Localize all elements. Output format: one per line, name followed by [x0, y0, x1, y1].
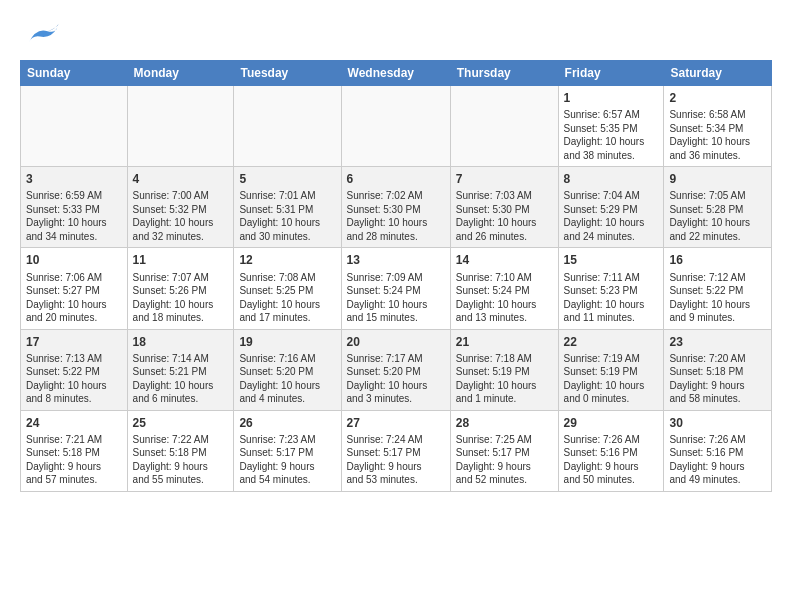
day-info: Daylight: 10 hours	[456, 379, 553, 393]
day-info: Sunset: 5:25 PM	[239, 284, 335, 298]
day-info: Sunrise: 7:26 AM	[669, 433, 766, 447]
day-number: 16	[669, 252, 766, 268]
day-info: Sunrise: 7:20 AM	[669, 352, 766, 366]
day-info: and 22 minutes.	[669, 230, 766, 244]
day-info: Daylight: 9 hours	[133, 460, 229, 474]
day-info: Daylight: 10 hours	[564, 216, 659, 230]
day-info: Daylight: 10 hours	[26, 379, 122, 393]
day-info: Sunrise: 7:25 AM	[456, 433, 553, 447]
week-row-2: 3Sunrise: 6:59 AMSunset: 5:33 PMDaylight…	[21, 167, 772, 248]
week-row-1: 1Sunrise: 6:57 AMSunset: 5:35 PMDaylight…	[21, 86, 772, 167]
week-row-5: 24Sunrise: 7:21 AMSunset: 5:18 PMDayligh…	[21, 410, 772, 491]
day-info: Sunrise: 6:58 AM	[669, 108, 766, 122]
day-info: Daylight: 9 hours	[669, 460, 766, 474]
day-number: 21	[456, 334, 553, 350]
day-info: Sunrise: 7:13 AM	[26, 352, 122, 366]
day-info: Sunset: 5:17 PM	[347, 446, 445, 460]
day-info: and 1 minute.	[456, 392, 553, 406]
day-info: and 30 minutes.	[239, 230, 335, 244]
day-number: 12	[239, 252, 335, 268]
day-cell: 19Sunrise: 7:16 AMSunset: 5:20 PMDayligh…	[234, 329, 341, 410]
day-info: and 0 minutes.	[564, 392, 659, 406]
logo-icon	[20, 20, 60, 50]
day-number: 17	[26, 334, 122, 350]
day-number: 28	[456, 415, 553, 431]
day-info: Daylight: 10 hours	[564, 298, 659, 312]
day-number: 24	[26, 415, 122, 431]
day-info: Sunset: 5:30 PM	[456, 203, 553, 217]
day-info: Daylight: 10 hours	[669, 298, 766, 312]
day-info: Sunset: 5:20 PM	[239, 365, 335, 379]
day-number: 25	[133, 415, 229, 431]
day-info: Sunrise: 7:10 AM	[456, 271, 553, 285]
day-info: Daylight: 10 hours	[564, 135, 659, 149]
day-info: and 20 minutes.	[26, 311, 122, 325]
col-header-monday: Monday	[127, 61, 234, 86]
day-info: Sunset: 5:27 PM	[26, 284, 122, 298]
day-info: Sunrise: 7:18 AM	[456, 352, 553, 366]
day-info: and 49 minutes.	[669, 473, 766, 487]
day-info: Sunset: 5:18 PM	[26, 446, 122, 460]
day-info: and 54 minutes.	[239, 473, 335, 487]
day-number: 26	[239, 415, 335, 431]
day-number: 11	[133, 252, 229, 268]
day-info: Sunrise: 6:59 AM	[26, 189, 122, 203]
day-info: Sunrise: 7:22 AM	[133, 433, 229, 447]
calendar-table: SundayMondayTuesdayWednesdayThursdayFrid…	[20, 60, 772, 492]
day-number: 8	[564, 171, 659, 187]
day-info: Daylight: 9 hours	[669, 379, 766, 393]
column-headers: SundayMondayTuesdayWednesdayThursdayFrid…	[21, 61, 772, 86]
day-cell: 18Sunrise: 7:14 AMSunset: 5:21 PMDayligh…	[127, 329, 234, 410]
col-header-saturday: Saturday	[664, 61, 772, 86]
day-info: Sunset: 5:22 PM	[669, 284, 766, 298]
day-info: and 55 minutes.	[133, 473, 229, 487]
day-info: Sunrise: 7:14 AM	[133, 352, 229, 366]
day-info: Sunset: 5:35 PM	[564, 122, 659, 136]
day-cell: 17Sunrise: 7:13 AMSunset: 5:22 PMDayligh…	[21, 329, 128, 410]
day-info: Daylight: 10 hours	[26, 216, 122, 230]
day-cell: 10Sunrise: 7:06 AMSunset: 5:27 PMDayligh…	[21, 248, 128, 329]
day-info: Sunset: 5:28 PM	[669, 203, 766, 217]
day-info: Daylight: 10 hours	[239, 379, 335, 393]
day-cell: 14Sunrise: 7:10 AMSunset: 5:24 PMDayligh…	[450, 248, 558, 329]
day-info: Sunrise: 7:01 AM	[239, 189, 335, 203]
day-cell: 11Sunrise: 7:07 AMSunset: 5:26 PMDayligh…	[127, 248, 234, 329]
day-info: and 32 minutes.	[133, 230, 229, 244]
day-info: Sunrise: 7:26 AM	[564, 433, 659, 447]
day-info: Sunset: 5:19 PM	[456, 365, 553, 379]
day-info: Daylight: 10 hours	[26, 298, 122, 312]
day-info: Daylight: 9 hours	[239, 460, 335, 474]
col-header-sunday: Sunday	[21, 61, 128, 86]
logo	[20, 20, 64, 50]
day-number: 2	[669, 90, 766, 106]
day-info: Sunset: 5:19 PM	[564, 365, 659, 379]
day-info: and 28 minutes.	[347, 230, 445, 244]
day-info: and 9 minutes.	[669, 311, 766, 325]
col-header-thursday: Thursday	[450, 61, 558, 86]
day-info: Sunset: 5:18 PM	[669, 365, 766, 379]
day-info: Daylight: 10 hours	[239, 298, 335, 312]
day-info: Sunrise: 7:19 AM	[564, 352, 659, 366]
day-cell: 15Sunrise: 7:11 AMSunset: 5:23 PMDayligh…	[558, 248, 664, 329]
day-info: and 8 minutes.	[26, 392, 122, 406]
day-info: Daylight: 10 hours	[456, 298, 553, 312]
day-info: Daylight: 9 hours	[347, 460, 445, 474]
day-number: 15	[564, 252, 659, 268]
day-info: and 52 minutes.	[456, 473, 553, 487]
day-info: and 15 minutes.	[347, 311, 445, 325]
day-number: 10	[26, 252, 122, 268]
page-header	[20, 20, 772, 50]
day-number: 4	[133, 171, 229, 187]
day-info: Sunrise: 6:57 AM	[564, 108, 659, 122]
day-cell: 29Sunrise: 7:26 AMSunset: 5:16 PMDayligh…	[558, 410, 664, 491]
day-info: Sunrise: 7:06 AM	[26, 271, 122, 285]
day-cell: 9Sunrise: 7:05 AMSunset: 5:28 PMDaylight…	[664, 167, 772, 248]
day-cell: 1Sunrise: 6:57 AMSunset: 5:35 PMDaylight…	[558, 86, 664, 167]
day-info: Daylight: 10 hours	[669, 216, 766, 230]
day-info: Daylight: 10 hours	[133, 379, 229, 393]
day-info: Sunrise: 7:12 AM	[669, 271, 766, 285]
day-info: Sunrise: 7:03 AM	[456, 189, 553, 203]
week-row-3: 10Sunrise: 7:06 AMSunset: 5:27 PMDayligh…	[21, 248, 772, 329]
day-cell: 23Sunrise: 7:20 AMSunset: 5:18 PMDayligh…	[664, 329, 772, 410]
day-info: and 38 minutes.	[564, 149, 659, 163]
